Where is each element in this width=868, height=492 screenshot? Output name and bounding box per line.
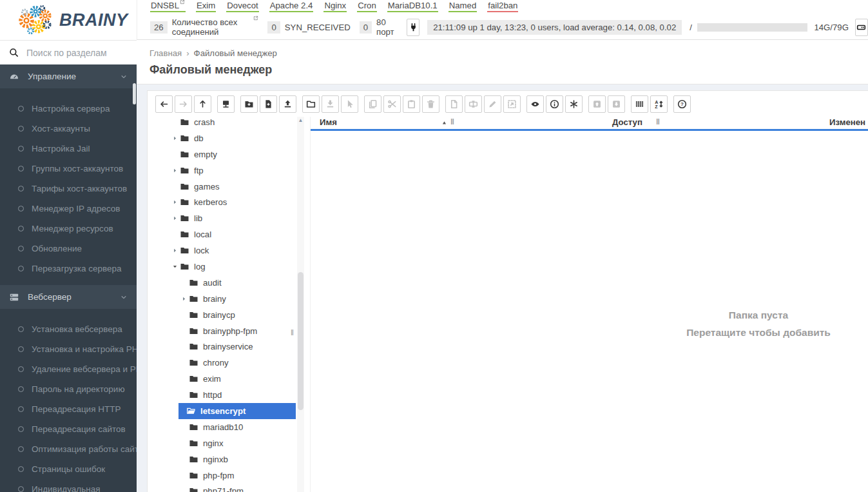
tree-item-body[interactable]: kerberos [180, 194, 296, 210]
sidebar-item-настройка-сервера[interactable]: Настройка сервера [0, 99, 137, 119]
connections-link[interactable]: Количество всех соединений [172, 17, 259, 37]
tree-item-brainy[interactable]: brainy [155, 291, 296, 307]
tree-item-body[interactable]: brainyphp-fpm [189, 323, 296, 339]
trash-button[interactable] [422, 95, 439, 113]
caret-down-icon[interactable] [172, 264, 178, 270]
disk-button[interactable] [855, 19, 868, 36]
tree-item-exim[interactable]: exim [155, 371, 296, 387]
tree-caret[interactable] [171, 199, 178, 205]
service-link-named[interactable]: Named [448, 1, 477, 12]
sidebar-item-менеджер-ip-адресов[interactable]: Менеджер IP адресов [0, 199, 137, 219]
sidebar-item-оптимизация-работы-сайта[interactable]: Оптимизация работы сайта [0, 439, 137, 459]
tree-item-body[interactable]: games [180, 179, 296, 195]
folder-plus-button[interactable] [240, 95, 258, 113]
search-input[interactable] [25, 47, 144, 59]
arrow-left-button[interactable] [155, 95, 173, 113]
tree-item-body[interactable]: crash [180, 114, 296, 130]
logo[interactable]: BRAINY [0, 0, 137, 41]
tree-item-nginxb[interactable]: nginxb [155, 451, 296, 467]
tree-item-letsencrypt[interactable]: letsencrypt [155, 403, 296, 419]
tree-item-body[interactable]: letsencrypt [178, 403, 296, 419]
info-button[interactable] [546, 95, 563, 113]
network-button[interactable] [217, 95, 235, 113]
caret-right-icon[interactable] [172, 215, 178, 221]
tree-caret[interactable] [171, 248, 178, 253]
arrow-up-button[interactable] [194, 95, 211, 113]
download-button[interactable] [322, 95, 339, 113]
tree-item-body[interactable]: brainycp [189, 307, 296, 323]
tree-caret[interactable] [171, 264, 178, 270]
tree-item-db[interactable]: db [155, 130, 296, 146]
tree-item-body[interactable]: empty [180, 146, 296, 162]
asterisk-button[interactable] [565, 95, 583, 113]
tree-item-body[interactable]: local [180, 226, 296, 242]
tree-item-body[interactable]: nginxb [189, 451, 296, 467]
tree-item-log[interactable]: log [155, 259, 296, 275]
grid-button[interactable] [631, 95, 648, 113]
tree-caret[interactable] [171, 135, 178, 141]
service-link-mariadb10-1[interactable]: MariaDB10.1 [387, 1, 438, 12]
tree-item-php71-fpm[interactable]: php71-fpm [155, 483, 296, 492]
archive-up-button[interactable] [588, 95, 606, 113]
tree-item-brainycp[interactable]: brainycp [155, 307, 296, 323]
tree-item-body[interactable]: lib [180, 210, 296, 226]
sidebar-item-переадресация-http[interactable]: Переадресация HTTP [0, 399, 137, 419]
copy-button[interactable] [364, 95, 381, 113]
caret-right-icon[interactable] [172, 248, 178, 253]
tree-item-httpd[interactable]: httpd [155, 387, 296, 403]
clipboard-button[interactable] [403, 95, 420, 113]
tree-item-body[interactable]: php-fpm [189, 467, 296, 484]
caret-right-icon[interactable] [172, 135, 178, 141]
service-link-cron[interactable]: Cron [357, 1, 377, 12]
sidebar-item-установка-и-настройка-php[interactable]: Установка и настройка PHP [0, 339, 137, 359]
sort-az-button[interactable]: AZ [650, 95, 668, 113]
caret-right-icon[interactable] [181, 296, 187, 302]
tree-item-ftp[interactable]: ftp [155, 162, 296, 179]
rename-button[interactable] [465, 95, 482, 113]
tree-item-body[interactable]: ftp [180, 162, 296, 179]
sidebar-item-хост-аккаунты[interactable]: Хост-аккаунты [0, 119, 137, 139]
tree-caret[interactable] [171, 168, 178, 173]
caret-right-icon[interactable] [172, 199, 178, 205]
tree-scrollbar-thumb[interactable] [298, 272, 304, 410]
connections-plug-button[interactable] [407, 19, 420, 36]
service-link-apache-2-4[interactable]: Apache 2.4 [269, 1, 314, 12]
tree-item-mariadb10[interactable]: mariadb10 [155, 419, 296, 435]
sidebar-item-страницы-ошибок[interactable]: Страницы ошибок [0, 459, 137, 479]
sidebar-item-удаление-вебсервера-и-php[interactable]: Удаление вебсервера и PHP [0, 359, 137, 379]
pencil-button[interactable] [484, 95, 501, 113]
column-header-name[interactable]: Имя [320, 117, 337, 127]
caret-right-icon[interactable] [172, 168, 178, 173]
scrollbar-up-arrow-icon[interactable]: ▲ [297, 118, 304, 123]
service-link-dovecot[interactable]: Dovecot [226, 1, 258, 12]
tree-item-body[interactable]: httpd [189, 387, 296, 403]
tree-item-lock[interactable]: lock [155, 242, 296, 259]
column-header-modified[interactable]: Изменен [829, 117, 865, 127]
tree-item-body[interactable]: brainy [189, 291, 296, 307]
tree-item-body[interactable]: db [180, 130, 296, 146]
column-grip-access[interactable]: ‖ [656, 117, 660, 126]
service-link-exim[interactable]: Exim [196, 1, 216, 12]
tree-item-body[interactable]: brainyservice [189, 339, 296, 355]
sidebar-section-webserver[interactable]: Вебсервер [0, 285, 137, 309]
service-link-nginx[interactable]: Nginx [323, 1, 347, 12]
arrow-right-button[interactable] [175, 95, 192, 113]
sidebar-item-менеджер-ресурсов[interactable]: Менеджер ресурсов [0, 219, 137, 239]
scissors-button[interactable] [383, 95, 401, 113]
upload-button[interactable] [279, 95, 296, 113]
help-button[interactable]: ? [673, 95, 691, 113]
sidebar-item-перезагрузка-сервера[interactable]: Перезагрузка сервера [0, 259, 137, 279]
tree-item-kerberos[interactable]: kerberos [155, 194, 296, 210]
sidebar-item-группы-хост-аккаунтов[interactable]: Группы хост-аккаунтов [0, 159, 137, 179]
tree-item-body[interactable]: exim [189, 371, 296, 387]
sidebar-scrollbar-thumb[interactable] [133, 83, 136, 104]
service-link-fail2ban[interactable]: fail2ban [487, 1, 518, 12]
tree-item-body[interactable]: mariadb10 [189, 419, 296, 435]
tree-item-body[interactable]: lock [180, 242, 296, 259]
service-link-dnsbl[interactable]: DNSBL [150, 1, 186, 12]
sidebar-item-переадресация-сайтов[interactable]: Переадресация сайтов [0, 419, 137, 439]
folder-open-button[interactable] [302, 95, 320, 113]
tree-item-lib[interactable]: lib [155, 210, 296, 226]
tree-item-body[interactable]: log [180, 259, 296, 275]
sidebar-item-пароль-на-директорию[interactable]: Пароль на директорию [0, 379, 137, 399]
